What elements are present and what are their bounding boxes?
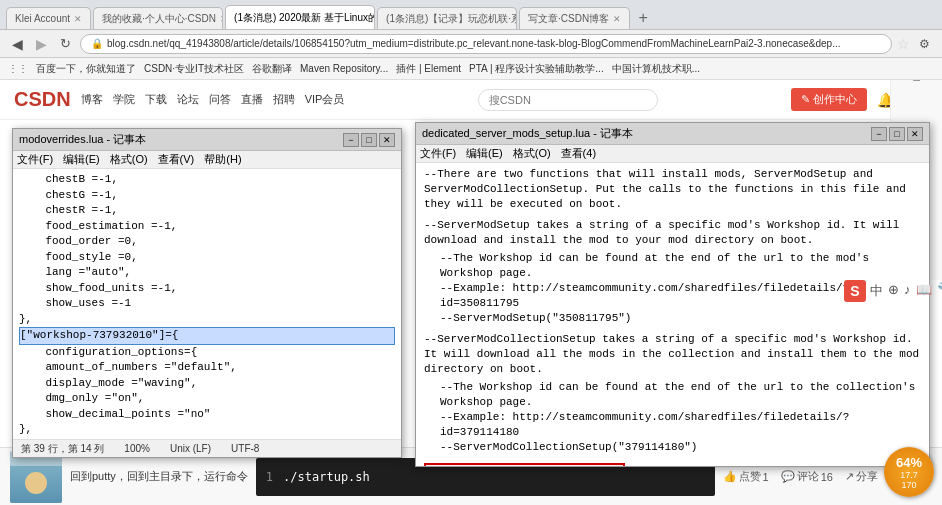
share-label: 分享 [856, 469, 878, 484]
share-button[interactable]: ↗ 分享 [845, 469, 878, 484]
csdn-nav-live[interactable]: 直播 [241, 92, 263, 107]
csdn-write-button[interactable]: ✎ 创作中心 [791, 88, 867, 111]
csdn-search-box [354, 89, 781, 111]
minimize-button-r[interactable]: − [871, 127, 887, 141]
notepad-left-content[interactable]: chestB =-1, chestG =-1, chestR =-1, food… [13, 169, 401, 439]
code-line-7: lang ="auto", [19, 265, 395, 281]
menu-file-r[interactable]: 文件(F) [420, 146, 456, 161]
toolbar-icon-3[interactable]: ♪ [904, 282, 911, 300]
browser-tab-1[interactable]: 我的收藏·个人中心·CSDN ✕ [93, 7, 223, 29]
window-controls-left: − □ ✕ [343, 133, 395, 147]
menu-view-r[interactable]: 查看(4) [561, 146, 596, 161]
menu-format-r[interactable]: 格式(O) [513, 146, 551, 161]
code-line-15: dmg_only ="on", [19, 391, 395, 407]
lock-icon: 🔒 [91, 38, 103, 49]
close-button[interactable]: ✕ [379, 133, 395, 147]
toolbar-icons-row: 中 ⊕ ♪ 📖 🔧 [870, 282, 942, 300]
toolbar-icon-5[interactable]: 🔧 [937, 282, 943, 300]
browser-tab-2-active[interactable]: (1条消息) 2020最新 基于Linux的... ✕ [225, 5, 375, 29]
minimize-button[interactable]: − [343, 133, 359, 147]
speed-unit: 170 [901, 480, 916, 490]
speed-badge: 64% 17.7 170 [884, 447, 934, 497]
toolbar-icon-4[interactable]: 📖 [916, 282, 932, 300]
like-label: 点赞 [739, 469, 761, 484]
code-line-1: chestB =-1, [19, 172, 395, 188]
bookmark-1[interactable]: 百度一下，你就知道了 [36, 62, 136, 76]
csdn-nav-blogs[interactable]: 博客 [81, 92, 103, 107]
back-button[interactable]: ◀ [8, 34, 27, 54]
address-bar[interactable]: 🔒 blog.csdn.net/qq_41943808/article/deta… [80, 34, 892, 54]
code-line-8: show_food_units =-1, [19, 281, 395, 297]
tab-close-icon[interactable]: ✕ [74, 14, 82, 24]
para-7: --The Workshop id can be found at the en… [440, 380, 921, 410]
csdn-nav-vip[interactable]: VIP会员 [305, 92, 345, 107]
notepad-left-statusbar: 第 39 行，第 14 列 100% Unix (LF) UTF-8 [13, 439, 401, 457]
menu-view[interactable]: 查看(V) [158, 152, 195, 167]
bookmark-star-icon[interactable]: ☆ [897, 36, 910, 52]
bookmark-6[interactable]: PTA | 程序设计实验辅助教学... [469, 62, 604, 76]
bookmark-7[interactable]: 中国计算机技术职... [612, 62, 700, 76]
forward-button[interactable]: ▶ [32, 34, 51, 54]
menu-format[interactable]: 格式(O) [110, 152, 148, 167]
code-line-workshop: ["workshop-737932010"]={ [19, 327, 395, 345]
bookmark-2[interactable]: CSDN·专业IT技术社区 [144, 62, 244, 76]
like-count: 1 [763, 471, 769, 483]
bookmark-5[interactable]: 插件 | Element [396, 62, 461, 76]
code-line-6: food_style =0, [19, 250, 395, 266]
csdn-nav-download[interactable]: 下载 [145, 92, 167, 107]
notepad-right-menubar: 文件(F) 编辑(E) 格式(O) 查看(4) [416, 145, 929, 163]
maximize-button[interactable]: □ [361, 133, 377, 147]
csdn-nav-jobs[interactable]: 招聘 [273, 92, 295, 107]
notepad-left-titlebar[interactable]: modoverrides.lua - 记事本 − □ ✕ [13, 129, 401, 151]
return-to-putty-text: 回到putty，回到主目录下，运行命令 [70, 469, 248, 484]
close-button-r[interactable]: ✕ [907, 127, 923, 141]
para-3: --The Workshop id can be found at the en… [440, 251, 921, 281]
status-line-col: 第 39 行，第 14 列 [21, 442, 104, 456]
code-line-5: food_order =0, [19, 234, 395, 250]
extensions-icon[interactable]: ⚙ [915, 35, 934, 53]
comment-button[interactable]: 💬 评论 16 [781, 469, 833, 484]
like-button[interactable]: 👍 点赞 1 [723, 469, 769, 484]
tab-close-icon-1[interactable]: ✕ [220, 14, 223, 24]
status-charset: UTF-8 [231, 443, 259, 454]
para-5: --ServerModSetup("350811795") [440, 311, 921, 326]
bookmark-3[interactable]: 谷歌翻译 [252, 62, 292, 76]
status-encoding: Unix (LF) [170, 443, 211, 454]
browser-tab-3[interactable]: (1条消息)【记录】玩恋机联·系... ✕ [377, 7, 517, 29]
bookmark-apps[interactable]: ⋮⋮ [8, 63, 28, 74]
toolbar-icon-2[interactable]: ⊕ [888, 282, 899, 300]
notepad-right-content[interactable]: --There are two functions that will inst… [416, 163, 929, 466]
code-line-14: display_mode ="waving", [19, 376, 395, 392]
reload-button[interactable]: ↻ [56, 34, 75, 53]
bookmark-4[interactable]: Maven Repository... [300, 63, 388, 74]
menu-file[interactable]: 文件(F) [17, 152, 53, 167]
maximize-button-r[interactable]: □ [889, 127, 905, 141]
toolbar-icon-1[interactable]: 中 [870, 282, 883, 300]
code-line-4: food_estimation =-1, [19, 219, 395, 235]
menu-edit-r[interactable]: 编辑(E) [466, 146, 503, 161]
new-tab-button[interactable]: + [632, 7, 654, 29]
comment-icon: 💬 [781, 470, 795, 483]
menu-edit[interactable]: 编辑(E) [63, 152, 100, 167]
code-line-12: configuration_options={ [19, 345, 395, 361]
notepad-left-menubar: 文件(F) 编辑(E) 格式(O) 查看(V) 帮助(H) [13, 151, 401, 169]
csdn-nav-forum[interactable]: 论坛 [177, 92, 199, 107]
terminal-command: ./startup.sh [283, 470, 370, 484]
browser-tab-4[interactable]: 写文章·CSDN博客 ✕ [519, 7, 630, 29]
speed-value: 17.7 [900, 470, 918, 480]
csdn-header: CSDN 博客 学院 下载 论坛 问答 直播 招聘 VIP会员 ✎ 创作中心 🔔 [0, 80, 942, 120]
csdn-nav-academy[interactable]: 学院 [113, 92, 135, 107]
code-line-17: }, [19, 422, 395, 438]
browser-tab[interactable]: Klei Account ✕ [6, 7, 91, 29]
csdn-search-input[interactable] [478, 89, 658, 111]
tab-close-icon-4[interactable]: ✕ [613, 14, 621, 24]
browser-chrome: Klei Account ✕ 我的收藏·个人中心·CSDN ✕ (1条消息) 2… [0, 0, 942, 30]
notepad-right-titlebar[interactable]: dedicated_server_mods_setup.lua - 记事本 − … [416, 123, 929, 145]
menu-help[interactable]: 帮助(H) [204, 152, 241, 167]
s-brand-badge: S 中 ⊕ ♪ 📖 🔧 [844, 280, 942, 302]
csdn-nav-qa[interactable]: 问答 [209, 92, 231, 107]
para-2: --ServerModSetup takes a string of a spe… [424, 218, 921, 248]
code-line-18: enabled =true [19, 438, 395, 440]
share-icon: ↗ [845, 470, 854, 483]
terminal-line-number: 1 [266, 470, 273, 484]
